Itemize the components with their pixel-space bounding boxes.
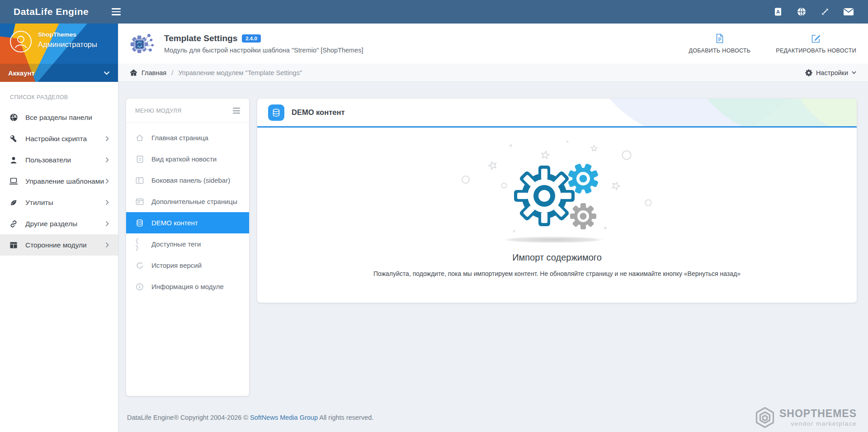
settings-label: Настройки bbox=[816, 69, 848, 76]
braces-icon: { } bbox=[135, 237, 144, 251]
module-menu-item-main-page[interactable]: Главная страница bbox=[126, 127, 249, 148]
avatar[interactable] bbox=[10, 31, 32, 52]
sidebar-item-label: Сторонние модули bbox=[25, 241, 87, 249]
svg-text:A: A bbox=[776, 9, 780, 14]
main-area: Template Settings 2.4.0 Модуль для быстр… bbox=[118, 24, 868, 432]
pages-icon bbox=[135, 198, 144, 205]
work-area: МЕНЮ МОДУЛЯ Главная страница Вид краткой… bbox=[118, 82, 868, 396]
chevron-down-icon bbox=[104, 71, 110, 75]
home-icon[interactable] bbox=[130, 69, 137, 76]
module-menu-item-label: Информация о модуле bbox=[151, 283, 224, 290]
card-header: DEMO контент bbox=[257, 99, 857, 128]
sidebar-item-utilities[interactable]: Утилиты bbox=[0, 192, 118, 213]
shopthemes-logo-text: SHOPTHEMES vendor marketplace bbox=[779, 408, 857, 427]
home-outline-icon bbox=[135, 134, 144, 142]
module-logo-icon bbox=[128, 30, 156, 58]
module-menu-item-sidebar[interactable]: Боковая панель (sidebar) bbox=[126, 170, 249, 191]
sidebar-item-script-settings[interactable]: Настройки скрипта bbox=[0, 128, 118, 149]
sidebar-item-users[interactable]: Пользователи bbox=[0, 149, 118, 171]
sidebar-layout-icon bbox=[135, 177, 144, 184]
breadcrumb-home-link[interactable]: Главная bbox=[142, 69, 166, 76]
brand-title: DataLife Engine bbox=[0, 6, 104, 17]
sidebar-item-label: Утилиты bbox=[25, 199, 53, 207]
edit-news-button[interactable]: РЕДАКТИРОВАТЬ НОВОСТИ bbox=[776, 33, 856, 54]
globe-icon bbox=[9, 113, 18, 122]
breadcrumb-current: Управление модулем "Template Settings" bbox=[178, 69, 302, 76]
wrench-icon bbox=[9, 134, 18, 143]
module-menu-item-label: История версий bbox=[151, 261, 202, 269]
user-info: ShopThemes Администраторы bbox=[38, 31, 97, 49]
module-menu-item-available-tags[interactable]: { } Доступные теги bbox=[126, 233, 249, 255]
module-menu-item-module-info[interactable]: Информация о модуле bbox=[126, 276, 249, 297]
copyright-suffix: All rights reserved. bbox=[319, 414, 373, 421]
edit-news-icon bbox=[811, 33, 821, 43]
leaf-icon bbox=[9, 199, 18, 207]
module-menu-item-version-history[interactable]: История версий bbox=[126, 255, 249, 276]
edit-news-label: РЕДАКТИРОВАТЬ НОВОСТИ bbox=[776, 47, 856, 54]
card-title: DEMO контент bbox=[292, 108, 344, 117]
copyright-prefix: DataLife Engine® Copyright 2004-2026 © bbox=[127, 414, 248, 421]
module-menu-item-label: Доступные теги bbox=[151, 240, 201, 248]
chevron-right-icon bbox=[105, 136, 109, 142]
account-dropdown[interactable]: Аккаунт bbox=[0, 64, 118, 82]
page-header: Template Settings 2.4.0 Модуль для быстр… bbox=[118, 24, 868, 64]
sidebar-item-label: Настройки скрипта bbox=[25, 135, 87, 143]
sidebar-item-all-sections[interactable]: Все разделы панели bbox=[0, 107, 118, 128]
site-globe-icon[interactable] bbox=[796, 6, 807, 18]
menu-toggle-button[interactable] bbox=[112, 4, 127, 19]
softnews-link[interactable]: SoftNews Media Group bbox=[250, 414, 318, 421]
card-body: Импорт содержимого Пожалуйста, подождите… bbox=[257, 128, 857, 303]
module-menu-item-extra-pages[interactable]: Дополнительные страницы bbox=[126, 191, 249, 212]
user-role: Администраторы bbox=[38, 40, 97, 49]
topbar-icons: A bbox=[772, 6, 868, 18]
add-news-icon bbox=[715, 33, 724, 43]
module-menu-toggle[interactable] bbox=[233, 108, 240, 114]
version-badge: 2.4.0 bbox=[242, 34, 261, 43]
logo-subtitle: vendor marketplace bbox=[791, 420, 857, 427]
user-name: ShopThemes bbox=[38, 31, 97, 38]
module-menu-item-label: Боковая панель (sidebar) bbox=[151, 176, 230, 184]
sidebar-item-template-management[interactable]: Управление шаблонами bbox=[0, 171, 118, 192]
topbar: DataLife Engine A bbox=[0, 0, 868, 24]
chevron-down-icon bbox=[852, 71, 856, 74]
modules-icon bbox=[9, 242, 18, 249]
module-menu-title: МЕНЮ МОДУЛЯ bbox=[135, 108, 182, 114]
translate-icon[interactable]: A bbox=[772, 6, 784, 18]
sidebar: ShopThemes Администраторы Аккаунт СПИСОК… bbox=[0, 24, 118, 432]
fullscreen-icon[interactable] bbox=[819, 6, 831, 18]
module-menu-item-label: Вид краткой новости bbox=[151, 155, 217, 163]
import-message: Пожалуйста, подождите, пока мы импортиру… bbox=[373, 270, 741, 277]
sidebar-item-label: Управление шаблонами bbox=[25, 177, 104, 185]
chevron-right-icon bbox=[105, 199, 109, 205]
user-icon bbox=[9, 156, 18, 164]
gear-icon bbox=[805, 69, 812, 76]
footer: DataLife Engine® Copyright 2004-2026 © S… bbox=[118, 407, 868, 428]
shopthemes-logo[interactable]: SHOPTHEMES vendor marketplace bbox=[755, 407, 857, 428]
sidebar-section-header: СПИСОК РАЗДЕЛОВ bbox=[10, 94, 118, 100]
module-menu-card: МЕНЮ МОДУЛЯ Главная страница Вид краткой… bbox=[126, 99, 249, 396]
module-menu-item-demo-content[interactable]: DEMO контент bbox=[126, 212, 249, 233]
copyright: DataLife Engine® Copyright 2004-2026 © S… bbox=[127, 414, 373, 421]
header-actions: ДОБАВИТЬ НОВОСТЬ РЕДАКТИРОВАТЬ НОВОСТИ bbox=[689, 33, 856, 54]
settings-dropdown[interactable]: Настройки bbox=[805, 69, 856, 76]
sidebar-item-label: Другие разделы bbox=[25, 220, 77, 228]
module-menu-item-label: DEMO контент bbox=[151, 219, 198, 227]
add-news-label: ДОБАВИТЬ НОВОСТЬ bbox=[689, 47, 751, 54]
database-icon bbox=[135, 219, 144, 227]
mail-icon[interactable] bbox=[843, 6, 854, 18]
breadcrumb-separator: / bbox=[171, 69, 173, 76]
sidebar-item-label: Пользователи bbox=[25, 156, 71, 164]
sidebar-item-third-party-modules[interactable]: Сторонние модули bbox=[0, 234, 118, 256]
chevron-right-icon bbox=[105, 157, 109, 163]
shopthemes-logo-icon bbox=[755, 407, 775, 428]
database-badge-icon bbox=[268, 104, 284, 121]
user-profile-card: ShopThemes Администраторы Аккаунт bbox=[0, 24, 118, 82]
chevron-right-icon bbox=[105, 178, 109, 184]
page-subtitle: Модуль для быстрой настройки шаблона "St… bbox=[164, 47, 363, 54]
sidebar-item-other-sections[interactable]: Другие разделы bbox=[0, 213, 118, 234]
sidebar-item-label: Все разделы панели bbox=[25, 114, 92, 122]
module-menu-item-label: Дополнительные страницы bbox=[151, 198, 237, 205]
add-news-button[interactable]: ДОБАВИТЬ НОВОСТЬ bbox=[689, 33, 751, 54]
module-menu-items: Главная страница Вид краткой новости Бок… bbox=[126, 123, 249, 297]
module-menu-item-short-news[interactable]: Вид краткой новости bbox=[126, 148, 249, 170]
